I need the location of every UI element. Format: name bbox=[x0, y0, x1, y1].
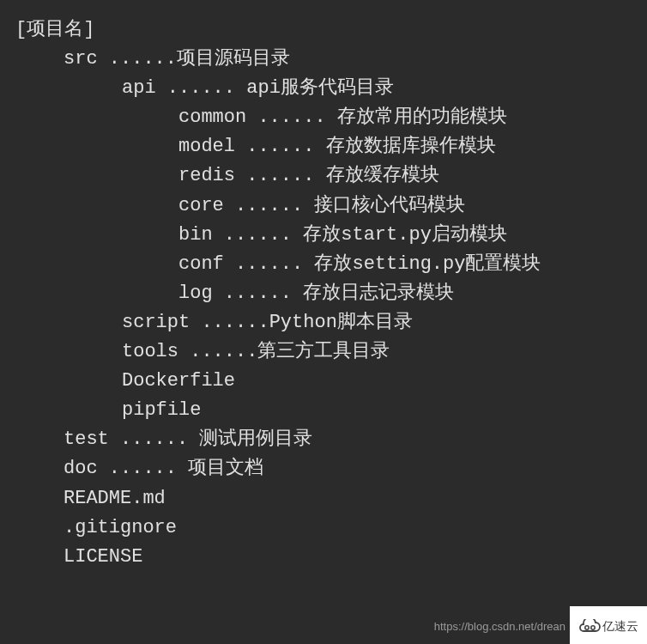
tree-entry: pipfile bbox=[15, 396, 632, 425]
tree-entry: log ...... 存放日志记录模块 bbox=[15, 279, 632, 308]
tree-entry: redis ...... 存放缓存模块 bbox=[15, 161, 632, 191]
svg-point-1 bbox=[591, 626, 595, 629]
svg-point-0 bbox=[585, 626, 589, 629]
tree-entry: doc ...... 项目文档 bbox=[15, 454, 632, 483]
tree-entry: conf ...... 存放setting.py配置模块 bbox=[15, 250, 632, 279]
tree-entry: README.md bbox=[15, 484, 632, 513]
tree-entry: model ...... 存放数据库操作模块 bbox=[15, 132, 632, 161]
tree-entry: common ...... 存放常用的功能模块 bbox=[15, 103, 632, 132]
watermark-brand: 亿速云 bbox=[602, 617, 638, 636]
tree-entry: Dockerfile bbox=[15, 367, 632, 396]
tree-entry: LICENSE bbox=[15, 543, 632, 572]
tree-entry: api ...... api服务代码目录 bbox=[15, 74, 632, 103]
tree-entry: tools ......第三方工具目录 bbox=[15, 337, 632, 367]
tree-entry: .gitignore bbox=[15, 513, 632, 543]
tree-entry: bin ...... 存放start.py启动模块 bbox=[15, 221, 632, 250]
tree-entry: test ...... 测试用例目录 bbox=[15, 425, 632, 454]
watermark-url: https://blog.csdn.net/drean bbox=[434, 618, 565, 635]
directory-tree: [项目名] src ......项目源码目录 api ...... api服务代… bbox=[15, 15, 632, 572]
watermark-logo: 亿速云 bbox=[570, 606, 647, 644]
tree-entry: core ...... 接口核心代码模块 bbox=[15, 191, 632, 221]
tree-entry: script ......Python脚本目录 bbox=[15, 308, 632, 337]
cloud-icon bbox=[578, 619, 601, 635]
root-label: [项目名] bbox=[15, 15, 632, 45]
tree-entry: src ......项目源码目录 bbox=[15, 45, 632, 74]
